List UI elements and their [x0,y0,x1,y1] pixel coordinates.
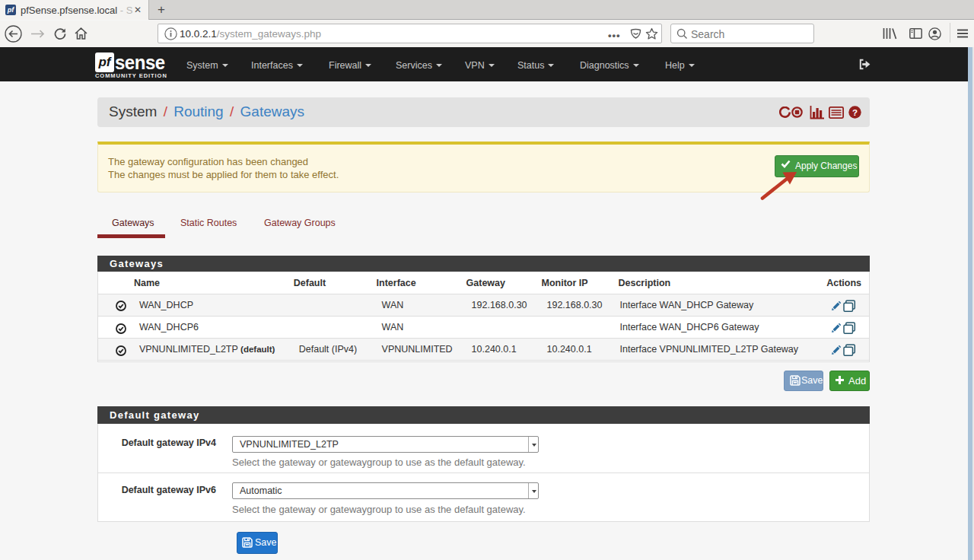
svg-text:?: ? [852,108,858,117]
